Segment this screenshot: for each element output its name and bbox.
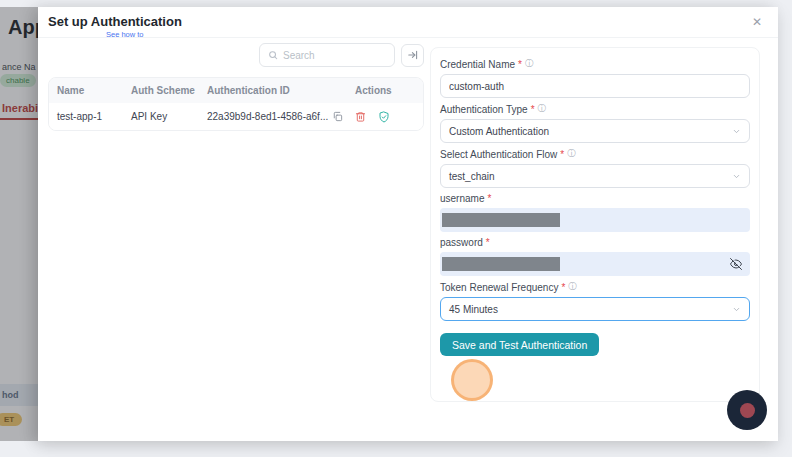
info-icon: ⓘ [538, 103, 547, 115]
table-toolbar [48, 43, 424, 67]
chevron-down-icon [732, 172, 741, 181]
redacted-value [442, 257, 560, 271]
credential-name-label: Credential Name*ⓘ [440, 58, 750, 70]
setup-authentication-modal: Set up Authentication See how to ✕ Name … [38, 7, 778, 441]
close-icon[interactable]: ✕ [752, 16, 762, 28]
table-header-row: Name Auth Scheme Authentication ID Actio… [49, 78, 423, 103]
verified-shield-check-icon[interactable] [378, 111, 390, 123]
credentials-table-section: Name Auth Scheme Authentication ID Actio… [48, 43, 424, 131]
cell-actions [355, 111, 423, 123]
info-icon: ⓘ [568, 281, 577, 293]
background-page: App ance Na chable Inerabi hod ET [0, 7, 38, 441]
search-input[interactable] [283, 50, 386, 61]
authentication-form-panel: Credential Name*ⓘ Authentication Type*ⓘ … [430, 47, 760, 402]
cell-authentication-id: 22a39b9d-8ed1-4586-a6f... [207, 111, 355, 122]
redacted-value [442, 213, 560, 227]
eye-off-icon[interactable] [730, 258, 742, 270]
arrow-to-line-icon [407, 49, 419, 61]
search-input-wrapper [259, 43, 395, 67]
username-input[interactable] [440, 208, 750, 232]
credentials-table: Name Auth Scheme Authentication ID Actio… [48, 77, 424, 131]
delete-icon[interactable] [355, 111, 366, 122]
authentication-type-select[interactable]: Custom Authentication [440, 119, 750, 143]
column-header-name: Name [57, 85, 131, 96]
info-icon: ⓘ [567, 148, 576, 160]
column-header-auth-scheme: Auth Scheme [131, 85, 207, 96]
see-how-to-link[interactable]: See how to [106, 30, 144, 39]
screenshot-stage: App ance Na chable Inerabi hod ET Set up… [0, 0, 792, 457]
username-label: username* [440, 193, 750, 204]
password-input[interactable] [440, 252, 750, 276]
cell-name: test-app-1 [57, 111, 131, 122]
collapse-panel-button[interactable] [401, 44, 424, 67]
column-header-actions: Actions [355, 85, 423, 96]
screen-record-button[interactable] [727, 390, 767, 430]
column-header-authentication-id: Authentication ID [207, 85, 355, 96]
authentication-type-label: Authentication Type*ⓘ [440, 103, 750, 115]
info-icon: ⓘ [525, 58, 534, 70]
table-row[interactable]: test-app-1 API Key 22a39b9d-8ed1-4586-a6… [49, 103, 423, 130]
modal-overlay-scrim [0, 7, 38, 441]
chevron-down-icon [732, 127, 741, 136]
authentication-flow-label: Select Authentication Flow*ⓘ [440, 148, 750, 160]
token-renewal-frequency-select[interactable]: 45 Minutes [440, 297, 750, 321]
modal-header: Set up Authentication See how to ✕ [38, 7, 778, 38]
record-dot-icon [740, 403, 755, 418]
authentication-flow-select[interactable]: test_chain [440, 164, 750, 188]
modal-title: Set up Authentication [48, 14, 182, 29]
password-label: password* [440, 237, 750, 248]
search-icon [268, 50, 278, 60]
token-renewal-frequency-label: Token Renewal Frequency*ⓘ [440, 281, 750, 293]
save-and-test-authentication-button[interactable]: Save and Test Authentication [440, 333, 599, 356]
credential-name-input[interactable] [440, 74, 750, 98]
cell-auth-scheme: API Key [131, 111, 207, 122]
chevron-down-icon [732, 305, 741, 314]
copy-icon[interactable] [332, 111, 343, 122]
